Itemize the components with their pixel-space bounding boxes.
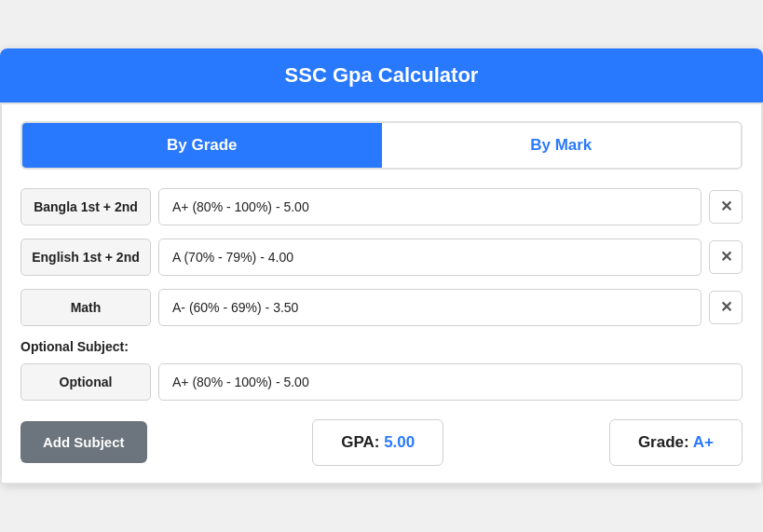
grade-select-wrap-math: A+ (80% - 100%) - 5.00 A (70% - 79%) - 4… (158, 289, 702, 326)
subject-label-math: Math (20, 289, 151, 326)
bottom-row: Add Subject GPA: 5.00 Grade: A+ (20, 419, 743, 466)
subject-row-math: Math A+ (80% - 100%) - 5.00 A (70% - 79%… (20, 289, 743, 326)
add-subject-button[interactable]: Add Subject (20, 421, 147, 463)
grade-select-bangla[interactable]: A+ (80% - 100%) - 5.00 A (70% - 79%) - 4… (158, 188, 702, 225)
remove-button-english[interactable]: ✕ (709, 240, 743, 274)
calculator-body: By Grade By Mark Bangla 1st + 2nd A+ (80… (0, 102, 763, 484)
tab-by-mark[interactable]: By Mark (382, 123, 742, 168)
grade-select-math[interactable]: A+ (80% - 100%) - 5.00 A (70% - 79%) - 4… (158, 289, 702, 326)
gpa-display: GPA: 5.00 (312, 419, 443, 466)
subject-label-english: English 1st + 2nd (20, 239, 151, 276)
gpa-value: 5.00 (384, 433, 415, 451)
grade-select-wrap-optional: A+ (80% - 100%) - 5.00 A (70% - 79%) - 4… (158, 363, 743, 401)
subject-row-bangla: Bangla 1st + 2nd A+ (80% - 100%) - 5.00 … (20, 188, 743, 225)
grade-select-english[interactable]: A+ (80% - 100%) - 5.00 A (70% - 79%) - 4… (158, 239, 702, 276)
page-header: SSC Gpa Calculator (0, 48, 763, 102)
grade-select-wrap-bangla: A+ (80% - 100%) - 5.00 A (70% - 79%) - 4… (158, 188, 702, 225)
grade-value: A+ (693, 433, 714, 451)
remove-button-math[interactable]: ✕ (709, 291, 743, 324)
grade-select-wrap-english: A+ (80% - 100%) - 5.00 A (70% - 79%) - 4… (158, 239, 702, 276)
subject-row-english: English 1st + 2nd A+ (80% - 100%) - 5.00… (20, 239, 743, 276)
optional-subject-row: Optional A+ (80% - 100%) - 5.00 A (70% -… (20, 363, 743, 401)
tab-by-grade[interactable]: By Grade (22, 123, 382, 168)
grade-select-optional[interactable]: A+ (80% - 100%) - 5.00 A (70% - 79%) - 4… (158, 363, 743, 401)
optional-section-label: Optional Subject: (20, 339, 743, 354)
page-title: SSC Gpa Calculator (285, 63, 479, 87)
subject-label-bangla: Bangla 1st + 2nd (20, 188, 151, 225)
calculator-container: SSC Gpa Calculator By Grade By Mark Bang… (0, 48, 763, 484)
remove-button-bangla[interactable]: ✕ (709, 190, 743, 224)
grade-display: Grade: A+ (609, 419, 743, 466)
tab-row: By Grade By Mark (20, 121, 743, 170)
subject-label-optional: Optional (20, 363, 151, 401)
